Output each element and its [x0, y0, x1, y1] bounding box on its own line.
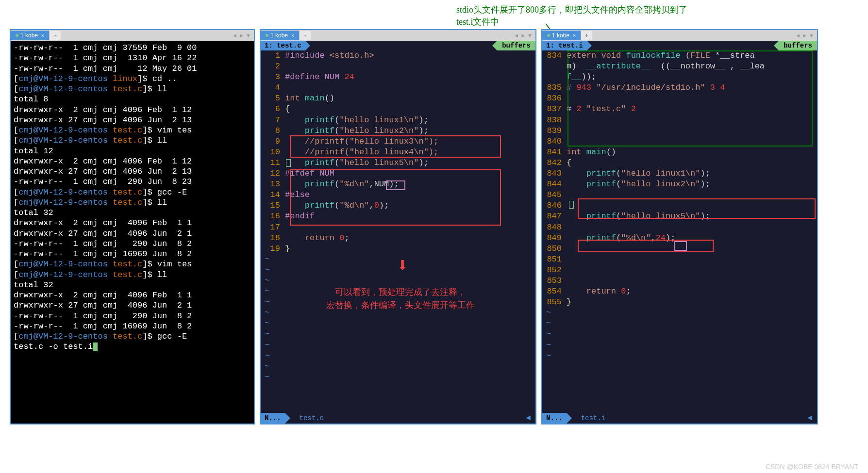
annotation-text-red: 可以看到，预处理完成了去注释， 宏替换，条件编译，头文件展开等工作 — [326, 286, 475, 312]
code-line: 11 printf("hello linux5\n"); — [261, 158, 535, 168]
buffers-label[interactable]: buffers — [497, 41, 535, 50]
buffer-indicator: 1: test.i — [542, 41, 587, 50]
tab-nav[interactable]: ◄ ► ▼ — [792, 33, 817, 38]
mode-indicator: N... — [261, 413, 285, 424]
status-bar-mid: N... test.c ◄ — [261, 413, 535, 424]
tab-bar-mid: 1 kobe × + ◄ ► ▼ — [261, 30, 535, 41]
editor-tab-mid[interactable]: 1 kobe × — [261, 31, 299, 40]
annotation-line1: stdio头文件展开了800多行，即把头文件的内容全部拷贝到了 — [456, 4, 687, 16]
mode-indicator: N... — [542, 413, 567, 424]
code-line: 2 — [261, 61, 535, 72]
add-tab-button[interactable]: + — [299, 31, 311, 40]
tab-dot-icon — [547, 34, 550, 37]
code-line: 840 — [542, 136, 817, 147]
top-annotation: stdio头文件展开了800多行，即把头文件的内容全部拷贝到了 test.i文件… — [456, 4, 687, 28]
code-line: 17 — [261, 222, 535, 233]
code-line: 5int main() — [261, 93, 535, 104]
code-line: 846 — [542, 200, 817, 211]
tab-label: 1 kobe — [552, 32, 569, 39]
code-line: m) __attribute__ ((__nothrow__ , __lea — [542, 61, 817, 72]
terminal-pane: 1 kobe × + ◄ ► ▼ -rw-rw-r-- 1 cmj cmj 37… — [10, 29, 255, 424]
code-line: 845 — [542, 190, 817, 200]
editor-tab-right[interactable]: 1 kobe × — [542, 31, 581, 40]
terminal-tab[interactable]: 1 kobe × — [11, 31, 49, 40]
code-line: 12#ifdef NUM — [261, 168, 535, 179]
tab-nav[interactable]: ◄ ► ▼ — [229, 33, 254, 38]
code-line: 4 — [261, 82, 535, 93]
code-line: 850 — [542, 244, 817, 254]
close-icon[interactable]: × — [573, 33, 576, 38]
code-line: 19} — [261, 244, 535, 254]
tab-label: 1 kobe — [270, 32, 288, 39]
tab-bar-left: 1 kobe × + ◄ ► ▼ — [11, 30, 254, 41]
buffers-label[interactable]: buffers — [779, 41, 817, 50]
editor-header: 1: test.c buffers — [261, 41, 535, 50]
code-line: 837# 2 "test.c" 2 — [542, 104, 817, 114]
arrow-down-icon: ⬇ — [397, 254, 408, 279]
code-line: 847 printf("hello linux5\n"); — [542, 211, 817, 222]
code-line: 843 printf("hello linux1\n"); — [542, 168, 817, 179]
code-line: 842{ — [542, 158, 817, 168]
annotation-red-line1: 可以看到，预处理完成了去注释， — [326, 286, 475, 299]
editor-content-testi[interactable]: 834extern void funlockfile (FILE *__stre… — [542, 50, 817, 413]
editor-header: 1: test.i buffers — [542, 41, 817, 50]
tab-dot-icon — [266, 34, 268, 37]
editor-pane-testc: 1 kobe × + ◄ ► ▼ 1: test.c buffers ⬇ 可以看… — [260, 29, 536, 424]
code-line: 16#endif — [261, 211, 535, 222]
code-line: 841int main() — [542, 147, 817, 158]
code-line: 14#else — [261, 190, 535, 200]
status-arrow-icon: ◄ — [807, 414, 817, 423]
code-line: 855} — [542, 297, 817, 308]
filename-label: test.i — [581, 414, 605, 422]
status-arrow-icon: ◄ — [526, 414, 535, 423]
editor-content-testc[interactable]: ⬇ 可以看到，预处理完成了去注释， 宏替换，条件编译，头文件展开等工作 1#in… — [261, 50, 535, 413]
add-tab-button[interactable]: + — [49, 31, 61, 40]
tab-label: 1 kobe — [20, 32, 38, 39]
terminal-output[interactable]: -rw-rw-r-- 1 cmj cmj 37559 Feb 9 00-rw-r… — [11, 41, 254, 354]
close-icon[interactable]: × — [41, 33, 44, 38]
editor-pane-testi: 1 kobe × + ◄ ► ▼ 1: test.i buffers 834ex… — [541, 29, 818, 424]
code-line: 1#include <stdio.h> — [261, 50, 535, 61]
tab-dot-icon — [16, 34, 18, 37]
add-tab-button[interactable]: + — [581, 31, 592, 40]
code-line: 9 //printf("hello linux3\n"); — [261, 136, 535, 147]
code-line: 18 return 0; — [261, 233, 535, 244]
code-line: 854 return 0; — [542, 286, 817, 297]
code-line: 7 printf("hello linux1\n"); — [261, 115, 535, 126]
code-line: 849 printf("%d\n",24); — [542, 233, 817, 244]
code-line: 851 — [542, 254, 817, 265]
code-line: 10 //printf("hello linux4\n"); — [261, 147, 535, 158]
annotation-line2: test.i文件中 — [456, 16, 687, 28]
code-line: 836 — [542, 93, 817, 104]
code-line: 853 — [542, 276, 817, 286]
code-line: 852 — [542, 265, 817, 276]
code-line: 3#define NUM 24 — [261, 72, 535, 82]
code-line: 844 printf("hello linux2\n"); — [542, 179, 817, 190]
code-line: 835# 943 "/usr/include/stdio.h" 3 4 — [542, 82, 817, 93]
code-line: 839 — [542, 126, 817, 136]
code-line: 838 — [542, 115, 817, 126]
buffer-indicator: 1: test.c — [261, 41, 305, 50]
tab-bar-right: 1 kobe × + ◄ ► ▼ — [542, 30, 817, 41]
code-line: 15 printf("%d\n",0); — [261, 200, 535, 211]
close-icon[interactable]: × — [291, 33, 294, 38]
code-line: 848 — [542, 222, 817, 233]
tab-nav[interactable]: ◄ ► ▼ — [511, 33, 535, 38]
code-line: f__)); — [542, 72, 817, 82]
status-bar-right: N... test.i ◄ — [542, 413, 817, 424]
code-line: 6{ — [261, 104, 535, 114]
filename-label: test.c — [300, 414, 324, 422]
code-line: 834extern void funlockfile (FILE *__stre… — [542, 50, 817, 61]
annotation-red-line2: 宏替换，条件编译，头文件展开等工作 — [326, 299, 475, 312]
code-line: 13 printf("%d\n",NUM); — [261, 179, 535, 190]
code-line: 8 printf("hello linux2\n"); — [261, 126, 535, 136]
watermark: CSDN @KOBE 0824 BRYANT — [766, 463, 858, 471]
